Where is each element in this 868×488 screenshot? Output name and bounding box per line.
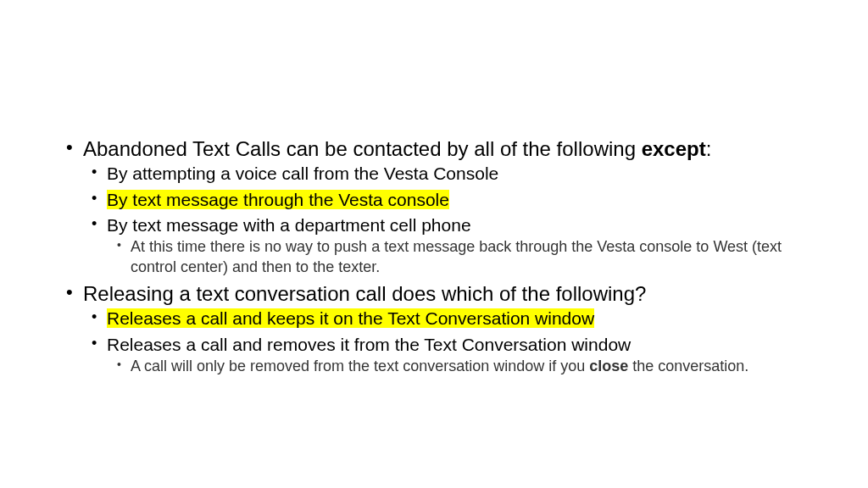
q1-option-3-text: By text message with a department cell p…: [107, 215, 471, 235]
q2-option-2: Releases a call and removes it from the …: [83, 333, 809, 377]
q2-note-pre: A call will only be removed from the tex…: [131, 358, 589, 374]
q2-note-post: the conversation.: [628, 358, 748, 374]
q2-notes: A call will only be removed from the tex…: [107, 357, 809, 376]
q1-options: By attempting a voice call from the Vest…: [83, 162, 809, 277]
q1-option-3: By text message with a department cell p…: [83, 214, 809, 277]
question-2: Releasing a text conversation call does …: [59, 280, 809, 376]
q2-option-2-text: Releases a call and removes it from the …: [107, 335, 631, 354]
q1-option-1-text: By attempting a voice call from the Vest…: [107, 164, 498, 183]
q1-stem-pre: Abandoned Text Calls can be contacted by…: [83, 137, 642, 160]
q2-note-bold: close: [589, 358, 628, 374]
q1-stem-post: :: [706, 137, 712, 160]
q2-stem: Releasing a text conversation call does …: [83, 282, 646, 305]
question-1: Abandoned Text Calls can be contacted by…: [59, 136, 809, 277]
q2-options: Releases a call and keeps it on the Text…: [83, 307, 809, 376]
q1-option-2-text: By text message through the Vesta consol…: [107, 190, 449, 209]
slide-content: Abandoned Text Calls can be contacted by…: [59, 136, 809, 376]
q1-stem-bold: except: [642, 137, 706, 160]
q2-option-1: Releases a call and keeps it on the Text…: [83, 307, 809, 330]
q1-option-2: By text message through the Vesta consol…: [83, 188, 809, 212]
q1-notes: At this time there is no way to push a t…: [107, 237, 809, 277]
q1-option-1: By attempting a voice call from the Vest…: [83, 162, 809, 186]
q1-note: At this time there is no way to push a t…: [107, 237, 809, 277]
q2-note: A call will only be removed from the tex…: [107, 357, 809, 376]
q2-option-1-text: Releases a call and keeps it on the Text…: [107, 308, 594, 328]
